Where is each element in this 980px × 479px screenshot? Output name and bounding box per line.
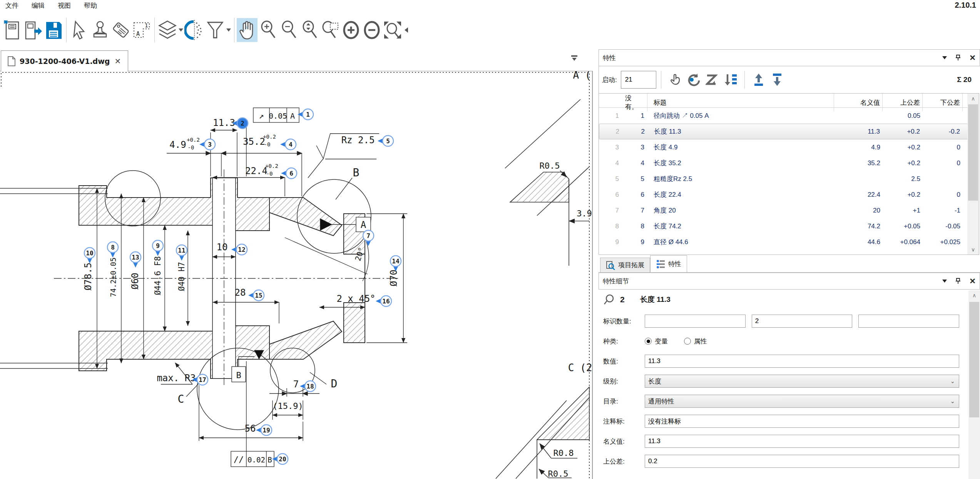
increase-button[interactable] bbox=[341, 18, 361, 42]
table-row[interactable]: 44长度 35.235.2+0.20 bbox=[599, 155, 979, 171]
class-label: 级别: bbox=[603, 377, 645, 386]
menu-file[interactable]: 文件 bbox=[5, 1, 18, 10]
upper-tolerance-input[interactable] bbox=[645, 455, 959, 468]
table-row-selected[interactable]: 22长度 11.311.3+0.2-0.2 bbox=[599, 124, 979, 139]
balloon-6[interactable]: 6 bbox=[281, 168, 297, 179]
scroll-up-icon[interactable]: ∧ bbox=[968, 290, 980, 300]
tab-list-button[interactable] bbox=[571, 55, 577, 61]
details-collapse-icon[interactable] bbox=[942, 280, 947, 283]
start-input[interactable] bbox=[621, 71, 656, 89]
details-close-icon[interactable]: ✕ bbox=[969, 276, 976, 286]
toolbar-collapse-button[interactable] bbox=[403, 18, 409, 42]
filter-dropdown[interactable] bbox=[226, 18, 232, 42]
id-count-input-2[interactable] bbox=[752, 315, 853, 328]
id-count-input-3[interactable] bbox=[858, 315, 959, 328]
tab-project-expand[interactable]: 项目拓展 bbox=[600, 258, 650, 272]
balloon-14[interactable]: 14 bbox=[390, 256, 401, 271]
catalog-select[interactable]: 通用特性⌄ bbox=[645, 395, 959, 408]
menu-help[interactable]: 帮助 bbox=[84, 1, 97, 10]
details-scrollbar[interactable]: ∧ bbox=[968, 290, 980, 479]
field-kind: 种类: 变量 属性 bbox=[603, 331, 980, 351]
scroll-down-icon[interactable]: ∨ bbox=[967, 245, 979, 255]
col-lower[interactable]: 下公差 bbox=[923, 94, 963, 111]
document-tab[interactable]: 930-1200-406-V1.dwg ✕ bbox=[1, 50, 128, 72]
balloon-11[interactable]: 11 bbox=[176, 245, 187, 261]
balloon-1[interactable]: 1 bbox=[298, 109, 313, 120]
id-count-input-1[interactable] bbox=[645, 315, 746, 328]
panel-pin-icon[interactable] bbox=[955, 55, 961, 61]
table-row[interactable]: 88长度 74.274.2+0.05-0.05 bbox=[599, 218, 979, 234]
bottom-tab-strip: 项目拓展 特性 bbox=[599, 255, 980, 273]
panel-collapse-icon[interactable] bbox=[942, 56, 947, 59]
rotate-button[interactable] bbox=[684, 70, 703, 89]
zoom-out-button[interactable] bbox=[278, 18, 299, 42]
tab-properties[interactable]: 特性 bbox=[650, 255, 687, 272]
balloon-19[interactable]: 19 bbox=[256, 425, 272, 435]
balloon-10[interactable]: 10 bbox=[84, 248, 95, 263]
panel-close-icon[interactable]: ✕ bbox=[969, 53, 976, 62]
nominal-label: 名义值: bbox=[603, 437, 645, 446]
pan-tool-button[interactable] bbox=[237, 18, 258, 42]
tag-tool-button[interactable] bbox=[110, 18, 131, 42]
balloon-20[interactable]: 20 bbox=[272, 454, 288, 464]
menu-edit[interactable]: 编辑 bbox=[32, 1, 45, 10]
col-nominal[interactable]: 名义值 bbox=[834, 94, 883, 111]
table-row[interactable]: 77角度 2020+1-1 bbox=[599, 203, 979, 218]
move-top-button[interactable] bbox=[749, 70, 768, 89]
nominal-input[interactable] bbox=[645, 435, 959, 448]
class-select[interactable]: 长度⌄ bbox=[645, 375, 959, 388]
field-nominal: 名义值: bbox=[603, 431, 980, 451]
radio-variable[interactable]: 变量 bbox=[645, 337, 668, 346]
move-bottom-button[interactable] bbox=[768, 70, 786, 89]
details-pin-icon[interactable] bbox=[955, 278, 961, 284]
balloon-18[interactable]: 18 bbox=[300, 381, 316, 392]
z-order-button[interactable] bbox=[703, 70, 721, 89]
dimension-label: Ø44.6 F8 bbox=[153, 256, 162, 295]
note-input[interactable] bbox=[645, 415, 959, 428]
decrease-button[interactable] bbox=[361, 18, 382, 42]
open-document-button[interactable] bbox=[22, 18, 43, 42]
radio-attribute[interactable]: 属性 bbox=[684, 337, 707, 346]
zoom-window-button[interactable] bbox=[320, 18, 341, 42]
stamp-tool-button[interactable] bbox=[90, 18, 110, 42]
scroll-up-icon[interactable]: ∧ bbox=[967, 94, 979, 104]
svg-text:11: 11 bbox=[178, 247, 185, 254]
filter-button[interactable] bbox=[205, 18, 226, 42]
value-input[interactable] bbox=[645, 355, 959, 368]
col-title[interactable]: 标题 bbox=[647, 94, 834, 111]
dimension-label: A bbox=[361, 219, 366, 230]
drawing-canvas[interactable]: 11.34.9+0.2-035.2+0.2-022.4+0.2-0Rz 2.5↗… bbox=[0, 71, 593, 479]
balloon-8[interactable]: 8 bbox=[107, 242, 118, 258]
dimension-label: 0.05 bbox=[269, 111, 287, 121]
table-row[interactable]: 33长度 4.94.9+0.20 bbox=[599, 139, 979, 155]
balloon-5[interactable]: 5 bbox=[378, 136, 393, 146]
zoom-fit-button[interactable] bbox=[382, 18, 403, 42]
new-document-button[interactable] bbox=[2, 18, 22, 42]
table-row[interactable]: 55粗糙度Rz 2.52.5 bbox=[599, 171, 979, 187]
layers-button[interactable] bbox=[157, 18, 178, 42]
dimension-label: 22.4 bbox=[245, 166, 268, 176]
sort-list-button[interactable] bbox=[721, 70, 740, 89]
balloon-13[interactable]: 13 bbox=[130, 252, 141, 268]
hand-pointer-button[interactable] bbox=[666, 70, 684, 89]
mirror-view-button[interactable] bbox=[184, 18, 205, 42]
layers-dropdown[interactable] bbox=[178, 18, 184, 42]
zoom-dynamic-button[interactable] bbox=[299, 18, 320, 42]
balloon-4[interactable]: 4 bbox=[280, 139, 296, 150]
save-button[interactable] bbox=[43, 18, 64, 42]
select-tool-button[interactable] bbox=[69, 18, 90, 42]
table-row[interactable]: 99直径 Ø 44.644.6+0.064+0.025 bbox=[599, 234, 979, 250]
balloon-3[interactable]: 3 bbox=[199, 139, 215, 150]
partial-area-tool-button[interactable]: A1 bbox=[131, 18, 152, 42]
zoom-in-button[interactable] bbox=[258, 18, 278, 42]
table-scrollbar[interactable]: ∧ ∨ bbox=[967, 94, 979, 255]
col-no[interactable]: 没有。 bbox=[624, 94, 647, 111]
col-upper[interactable]: 上公差 bbox=[883, 94, 923, 111]
tab-close-icon[interactable]: ✕ bbox=[114, 57, 122, 66]
dimension-label: 56 bbox=[245, 423, 256, 434]
table-row[interactable]: 66长度 22.422.4+0.20 bbox=[599, 187, 979, 203]
menu-view[interactable]: 视图 bbox=[58, 1, 71, 10]
balloon-16[interactable]: 16 bbox=[376, 296, 391, 306]
balloon-15[interactable]: 15 bbox=[248, 290, 264, 301]
balloon-9[interactable]: 9 bbox=[152, 240, 163, 256]
